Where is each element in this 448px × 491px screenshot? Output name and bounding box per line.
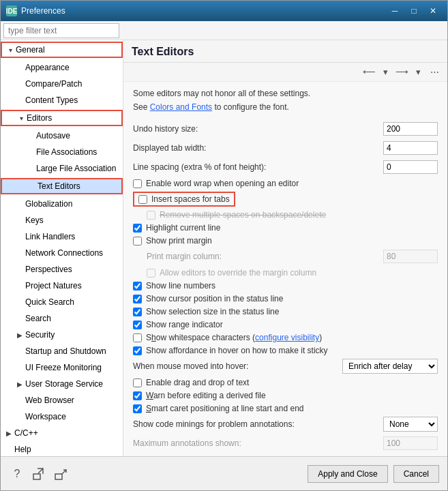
svg-line-1: [38, 468, 43, 473]
max-annotations-input[interactable]: [383, 436, 438, 450]
sidebar-item-network[interactable]: Network Connections: [1, 245, 123, 261]
show-print-margin-checkbox[interactable]: [133, 237, 142, 246]
sidebar-item-globalization[interactable]: Globalization: [1, 196, 123, 212]
sidebar-item-user-storage[interactable]: ▶ User Storage Service: [1, 376, 123, 392]
enable-word-wrap-label: Enable word wrap when opening an editor: [146, 179, 299, 188]
sidebar-item-keys[interactable]: Keys: [1, 212, 123, 228]
close-button[interactable]: ✕: [424, 4, 442, 18]
hover-label: When mouse moved into hover:: [133, 361, 342, 371]
help-icon[interactable]: ?: [9, 466, 25, 482]
warn-derived-checkbox[interactable]: [133, 391, 142, 400]
panel-toolbar: ⟵ ▾ ⟶ ▾ ⋯: [123, 63, 447, 82]
insert-spaces-label: Insert spaces for tabs: [151, 194, 230, 204]
warn-derived-label: Warn before editing a derived file: [146, 391, 266, 400]
content-area: ▾ General Appearance Compare/Patch: [1, 40, 447, 456]
hover-select[interactable]: Enrich after delay Enrich immediately Ne…: [342, 359, 438, 374]
sidebar-item-cpp[interactable]: ▶ C/C++: [1, 425, 123, 441]
line-spacing-input[interactable]: [383, 160, 438, 174]
code-minings-row: Show code minings for problem annotation…: [133, 417, 438, 432]
apply-close-button[interactable]: Apply and Close: [308, 465, 387, 483]
sidebar-item-compare-patch[interactable]: Compare/Patch: [1, 76, 123, 92]
sidebar-item-security[interactable]: ▶ Security: [1, 327, 123, 343]
remove-multiple-checkbox[interactable]: [147, 211, 155, 220]
show-line-numbers-checkbox[interactable]: [133, 282, 142, 291]
highlight-line-row: Highlight current line: [133, 223, 438, 233]
smart-caret-checkbox[interactable]: [133, 404, 142, 413]
allow-override-checkbox[interactable]: [147, 269, 155, 278]
forward-button[interactable]: ⟶: [394, 65, 409, 80]
show-range-checkbox[interactable]: [133, 321, 142, 329]
sidebar-item-content-types[interactable]: Content Types: [1, 92, 123, 108]
show-line-numbers-row: Show line numbers: [133, 281, 438, 291]
bottom-bar: ? Apply and Close Cancel: [1, 456, 447, 490]
print-margin-col-input[interactable]: [383, 250, 438, 263]
enable-drag-checkbox[interactable]: [133, 378, 142, 387]
sidebar-item-text-editors[interactable]: Text Editors: [1, 177, 123, 196]
enable-word-wrap-checkbox[interactable]: [133, 179, 142, 188]
max-annotations-label: Maximum annotations shown:: [133, 438, 383, 448]
svg-rect-2: [55, 474, 62, 479]
main-panel: Text Editors ⟵ ▾ ⟶ ▾ ⋯ Some editors may …: [123, 40, 447, 456]
bottom-left-icons: ?: [9, 466, 69, 482]
sidebar-item-perspectives[interactable]: Perspectives: [1, 261, 123, 278]
warn-derived-row: Warn before editing a derived file: [133, 391, 438, 400]
tab-width-label: Displayed tab width:: [133, 143, 383, 153]
sidebar-item-appearance[interactable]: Appearance: [1, 59, 123, 76]
tab-width-row: Displayed tab width:: [133, 140, 438, 155]
enable-drag-label: Enable drag and drop of text: [146, 378, 249, 387]
sidebar-item-startup-shutdown[interactable]: Startup and Shutdown: [1, 343, 123, 359]
insert-spaces-checkbox[interactable]: [138, 195, 147, 204]
panel-header: Text Editors: [123, 40, 447, 63]
tab-width-input[interactable]: [383, 141, 438, 155]
import-icon[interactable]: [53, 466, 69, 482]
sidebar-item-link-handlers[interactable]: Link Handlers: [1, 228, 123, 245]
sidebar-item-project-natures[interactable]: Project Natures: [1, 278, 123, 294]
sidebar-item-search[interactable]: Search: [1, 310, 123, 327]
cancel-button[interactable]: Cancel: [393, 465, 439, 483]
sidebar-item-file-assoc[interactable]: File Associations: [1, 144, 123, 160]
show-range-label: Show range indicator: [146, 320, 223, 329]
colors-fonts-link[interactable]: Colors and Fonts: [150, 102, 212, 112]
hover-row: When mouse moved into hover: Enrich afte…: [133, 359, 438, 374]
highlight-line-label: Highlight current line: [146, 223, 220, 233]
highlight-line-checkbox[interactable]: [133, 224, 142, 233]
sidebar-item-ui-freeze[interactable]: UI Freeze Monitoring: [1, 359, 123, 376]
sidebar-item-web-browser[interactable]: Web Browser: [1, 392, 123, 408]
filter-input[interactable]: [3, 23, 119, 38]
minimize-button[interactable]: ─: [386, 4, 404, 18]
export-icon[interactable]: [31, 466, 47, 482]
dropdown-button[interactable]: ▾: [378, 65, 393, 80]
configure-visibility-link[interactable]: configure visibility: [255, 333, 319, 342]
show-cursor-pos-checkbox[interactable]: [133, 295, 142, 303]
dropdown2-button[interactable]: ▾: [410, 65, 425, 80]
show-selection-size-row: Show selection size in the status line: [133, 307, 438, 316]
menu-button[interactable]: ⋯: [427, 65, 442, 80]
expand-icon-general: ▾: [5, 44, 16, 55]
sidebar-item-workspace[interactable]: Workspace: [1, 408, 123, 425]
show-whitespace-checkbox[interactable]: [133, 333, 142, 342]
back-button[interactable]: ⟵: [361, 65, 376, 80]
sidebar-item-help[interactable]: Help: [1, 441, 123, 456]
show-affordance-row: Show affordance in hover on how to make …: [133, 346, 438, 355]
code-minings-select[interactable]: None All Errors only: [383, 417, 438, 432]
smart-caret-label: Smart caret positioning at line start an…: [146, 404, 303, 413]
maximize-button[interactable]: □: [405, 4, 423, 18]
sidebar-item-editors[interactable]: ▾ Editors: [1, 108, 123, 128]
insert-spaces-highlighted-row: Insert spaces for tabs: [133, 192, 235, 207]
undo-history-input[interactable]: [383, 122, 438, 136]
line-spacing-label: Line spacing (extra % of font height):: [133, 162, 383, 172]
preferences-window: IDE Preferences ─ □ ✕ ▾ General: [0, 0, 448, 491]
show-selection-size-checkbox[interactable]: [133, 308, 142, 316]
show-affordance-label: Show affordance in hover on how to make …: [146, 346, 328, 355]
show-print-margin-label: Show print margin: [146, 236, 212, 246]
expand-icon-appearance: [14, 62, 25, 73]
sidebar-item-general[interactable]: ▾ General: [1, 40, 123, 59]
title-bar: IDE Preferences ─ □ ✕: [1, 1, 447, 21]
show-affordance-checkbox[interactable]: [133, 346, 142, 355]
sidebar-item-autosave[interactable]: Autosave: [1, 128, 123, 144]
sidebar-item-quick-search[interactable]: Quick Search: [1, 294, 123, 310]
sidebar-item-large-file[interactable]: Large File Association: [1, 160, 123, 177]
show-selection-size-label: Show selection size in the status line: [146, 307, 279, 316]
show-cursor-pos-row: Show cursor position in the status line: [133, 294, 438, 303]
allow-override-row: Allow editors to override the margin col…: [133, 268, 438, 278]
